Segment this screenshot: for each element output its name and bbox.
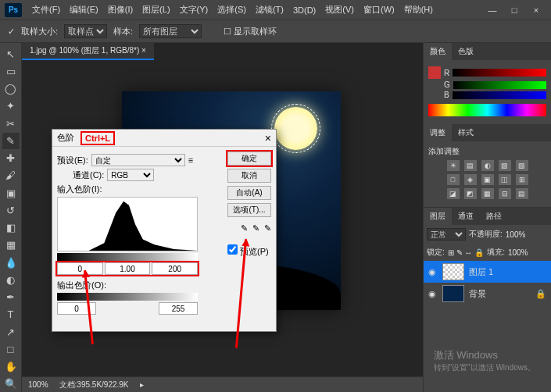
marquee-tool[interactable]: ▭ [2,63,20,79]
swatches-tab[interactable]: 色版 [452,43,480,60]
color-tab[interactable]: 颜色 [424,43,452,60]
adj-icon[interactable]: ☀ [447,160,460,171]
input-gamma-field[interactable] [105,262,151,275]
fg-swatch[interactable] [428,66,441,79]
layer-row[interactable]: ◉ 背景 🔒 [424,283,551,305]
adj-icon[interactable]: ▧ [516,160,528,171]
zoom-tool[interactable]: 🔍 [2,376,20,392]
channel-select[interactable]: RGB [107,169,154,181]
input-white-field[interactable] [152,262,198,275]
visibility-icon[interactable]: ◉ [428,289,438,299]
wand-tool[interactable]: ✦ [2,98,20,114]
adj-icon[interactable]: □ [447,174,460,185]
adj-icon[interactable]: ▣ [481,174,494,185]
zoom-level[interactable]: 100% [28,380,48,389]
stamp-tool[interactable]: ▣ [2,185,20,201]
adj-icon[interactable]: ◪ [447,188,460,199]
adj-icon[interactable]: ▤ [516,188,528,199]
menu-filter[interactable]: 滤镜(T) [252,2,288,18]
cancel-button[interactable]: 取消 [227,169,271,183]
channels-tab[interactable]: 通道 [452,208,480,225]
adjustments-tab[interactable]: 调整 [424,124,452,141]
adj-icon[interactable]: ◩ [464,188,477,199]
opacity-value[interactable]: 100% [506,230,526,239]
menu-select[interactable]: 选择(S) [213,2,250,18]
sample-size-select[interactable]: 取样点 [64,24,107,38]
hand-tool[interactable]: ✋ [2,359,20,375]
menu-type[interactable]: 文字(Y) [176,2,213,18]
options-button[interactable]: 选项(T)... [227,203,271,217]
pen-tool[interactable]: ✒ [2,290,20,305]
shape-tool[interactable]: □ [2,341,20,357]
menu-image[interactable]: 图像(I) [104,2,137,18]
menu-help[interactable]: 帮助(H) [400,2,437,18]
menu-window[interactable]: 窗口(W) [360,2,399,18]
adj-icon[interactable]: ▨ [499,160,511,171]
input-ramp[interactable] [57,253,198,261]
adj-icon[interactable]: ▤ [464,160,477,171]
ok-button[interactable]: 确定 [227,151,271,166]
crop-tool[interactable]: ✂ [2,116,20,131]
menu-view[interactable]: 视图(V) [321,2,358,18]
menu-layer[interactable]: 图层(L) [138,2,174,18]
history-brush-tool[interactable]: ↺ [2,202,20,218]
menu-3d[interactable]: 3D(D) [289,3,320,17]
windows-watermark: 激活 Windows 转到"设置"以激活 Windows。 [434,348,535,373]
maximize-button[interactable]: □ [504,3,524,17]
sample-select[interactable]: 所有图层 [139,24,202,38]
path-tool[interactable]: ↗ [2,324,20,340]
fill-value[interactable]: 100% [508,248,528,257]
options-bar: ✓ 取样大小: 取样点 样本: 所有图层 ☐ 显示取样环 [0,20,551,43]
dodge-tool[interactable]: ◐ [2,272,20,287]
paths-tab[interactable]: 路径 [480,208,508,225]
heal-tool[interactable]: ✚ [2,151,20,166]
preset-label: 预设(E): [57,155,88,166]
white-picker-icon[interactable]: ✎ [264,223,271,233]
blur-tool[interactable]: 💧 [2,255,20,270]
doc-size: 文档:395.5K/922.9K [59,380,129,390]
type-tool[interactable]: T [2,307,20,323]
menu-edit[interactable]: 编辑(E) [66,2,102,18]
gradient-tool[interactable]: ▦ [2,237,20,253]
adj-icon[interactable]: ◫ [499,174,511,185]
output-black-field[interactable] [57,302,96,315]
preset-menu-icon[interactable]: ≡ [188,155,193,165]
document-tab[interactable]: 1.jpg @ 100% (图层 1, RGB/8*) × [22,43,154,60]
black-picker-icon[interactable]: ✎ [241,223,248,233]
eyedropper-tool[interactable]: ✎ [2,133,20,148]
preview-checkbox[interactable]: 预览(P) [227,244,271,258]
output-levels-label: 输出色阶(O): [57,280,223,291]
status-bar: 100% 文档:395.5K/922.9K ▸ [22,376,423,392]
close-button[interactable]: × [526,3,546,17]
visibility-icon[interactable]: ◉ [428,267,438,277]
adj-icon[interactable]: ▦ [481,188,494,199]
move-tool[interactable]: ↖ [2,46,20,62]
layer-row[interactable]: ◉ 图层 1 [424,261,551,283]
adj-icon[interactable]: ◈ [464,174,477,185]
dialog-close-icon[interactable]: × [265,132,271,144]
brush-tool[interactable]: 🖌 [2,168,20,184]
preset-select[interactable]: 自定 [91,154,185,166]
menu-file[interactable]: 文件(F) [28,2,64,18]
output-ramp[interactable] [57,293,198,301]
layer-name[interactable]: 图层 1 [469,266,493,278]
layers-tab[interactable]: 图层 [424,208,452,225]
show-ring-label[interactable]: 显示取样环 [234,27,277,36]
adj-icon[interactable]: ◐ [481,160,494,171]
auto-button[interactable]: 自动(A) [227,186,271,200]
blend-mode-select[interactable]: 正常 [427,228,466,241]
eraser-tool[interactable]: ◧ [2,220,20,236]
input-levels-label: 输入色阶(I): [57,184,223,195]
layer-name[interactable]: 背景 [469,288,486,300]
styles-tab[interactable]: 样式 [452,124,480,141]
gray-picker-icon[interactable]: ✎ [252,223,259,233]
color-spectrum[interactable] [428,104,546,116]
lasso-tool[interactable]: ◯ [2,81,20,97]
lock-icons[interactable]: ⊞ ✎ ↔ 🔒 [448,248,484,257]
adj-icon[interactable]: ⊟ [499,188,511,199]
input-black-field[interactable] [57,262,103,275]
adj-icon[interactable]: ⊞ [516,174,528,185]
color-panel: R G B [424,60,551,121]
output-white-field[interactable] [159,302,198,315]
minimize-button[interactable]: — [482,3,503,17]
